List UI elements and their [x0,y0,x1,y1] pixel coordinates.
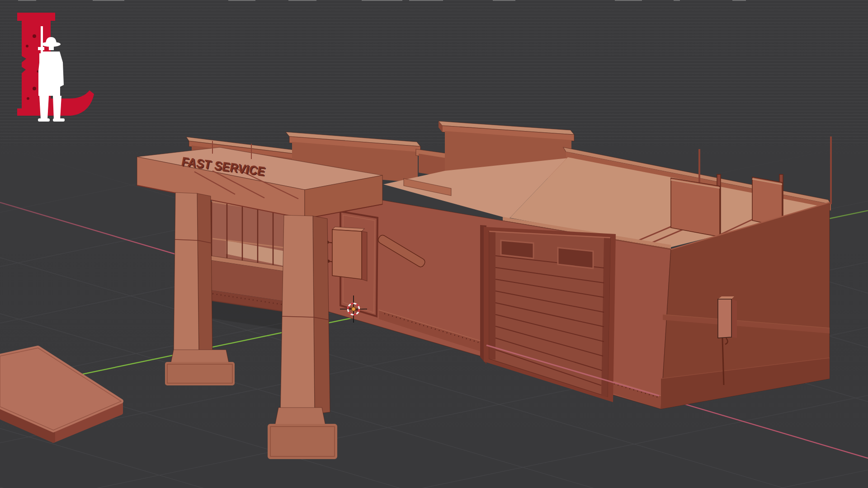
service-station-building[interactable]: FAST SERVICE FAST SERVICE [137,121,831,456]
viewport-3d[interactable]: FAST SERVICE FAST SERVICE [0,0,868,488]
door-window [558,248,593,268]
toolbar-remnant-dashes [18,0,746,1]
object-origin-dot [352,307,355,311]
garage-roller-door[interactable] [480,225,616,402]
door-window [501,240,533,258]
concrete-slab[interactable] [0,348,121,441]
logo-watermark [11,3,119,129]
viewport-canvas[interactable]: FAST SERVICE FAST SERVICE [0,0,868,488]
